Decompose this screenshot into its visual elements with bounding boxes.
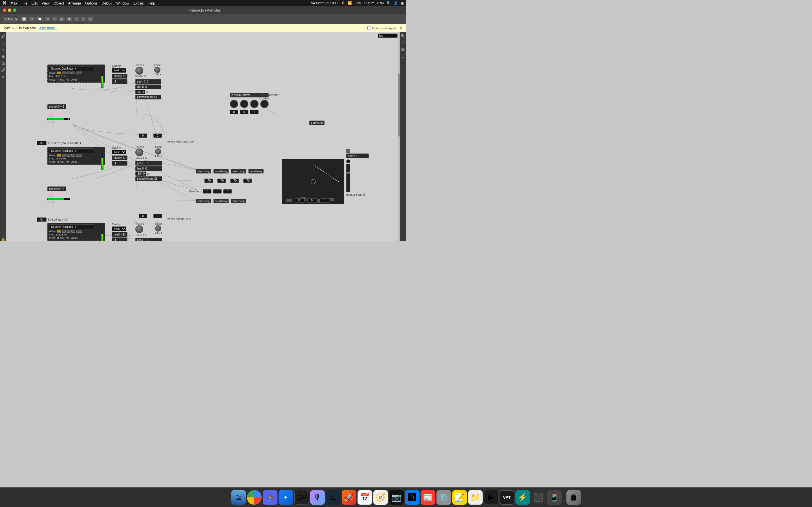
matrix-display[interactable] [282, 159, 344, 204]
osc1-gain-bar[interactable] [47, 118, 70, 120]
sidebar-search[interactable]: 🔍 [400, 33, 405, 38]
osc2-pitchcent-box[interactable]: pitchshiftcent $1 [135, 176, 162, 181]
left-icon-image[interactable]: 🖼 [1, 61, 5, 65]
osc1-pack-box[interactable]: pack 0. 0. [135, 79, 161, 84]
gain-val-3[interactable]: -70 [231, 179, 239, 183]
app-menu[interactable]: Max [10, 1, 17, 5]
learn-more-link[interactable]: Learn more... [38, 26, 57, 30]
toolbar-close[interactable]: ✕ [45, 17, 50, 21]
close-button[interactable] [3, 8, 6, 12]
osc1-glide-knob[interactable] [154, 67, 160, 73]
osc1-wave-sq2[interactable] [71, 71, 75, 74]
osc1-wave-tri[interactable] [62, 71, 66, 74]
metro-slider[interactable] [346, 164, 350, 192]
osc2-quality-btn[interactable]: quality $1 [112, 156, 128, 160]
osc1-pitchshift-box[interactable]: pitchshift~ 2 [47, 104, 66, 109]
osc2-glide-knob[interactable] [155, 149, 161, 155]
metro-out-2[interactable]: 0. [307, 198, 317, 203]
apple-menu[interactable]: ⌘ [2, 1, 6, 6]
osc2-gain-bar[interactable] [47, 198, 70, 200]
osc1-dropdown-icon[interactable]: ▼ [74, 67, 77, 70]
banner-close-button[interactable]: ✕ [399, 26, 403, 31]
osc3-wave-sine[interactable] [57, 230, 61, 233]
left-icon-star[interactable]: ★ [2, 75, 5, 79]
left-icon-lock[interactable]: 🔒 [1, 237, 5, 241]
left-icon-list[interactable]: ☰ [2, 55, 5, 59]
metro-toggle[interactable] [346, 159, 350, 163]
fps-display[interactable]: fps [378, 34, 398, 38]
left-icon-midi[interactable]: ♪ [2, 41, 4, 45]
osc3-glide-knob[interactable] [155, 225, 161, 231]
gain-zero-val-1[interactable]: 0 [203, 189, 211, 193]
sidebar-sliders[interactable]: ⊡ [400, 60, 405, 65]
osc3-transp-knob[interactable] [135, 225, 143, 233]
osc2-wave-tri[interactable] [62, 154, 66, 157]
gain-zero-val-3[interactable]: 0 [223, 189, 232, 193]
osc1-wave-saw[interactable] [76, 71, 82, 74]
toolbar-stop[interactable]: ⏹ [66, 17, 72, 21]
osc2-wave-sq2[interactable] [71, 154, 75, 157]
menu-debug[interactable]: Debug [101, 1, 112, 5]
send-bang-6[interactable]: send bang [213, 199, 229, 203]
send-bang-3[interactable]: send bang [231, 169, 246, 173]
zero-node-2[interactable]: 0 [153, 133, 162, 138]
zoom-select[interactable]: 100% 75% 150% [2, 16, 19, 22]
pot-val-2[interactable]: 0 [240, 110, 248, 114]
menu-object[interactable]: Object [54, 1, 64, 5]
gain-val-2[interactable]: -70 [217, 179, 226, 183]
osc1-quality-btn[interactable]: quality $1 [112, 74, 128, 78]
metro-out-3[interactable]: 0. [320, 198, 330, 203]
osc3-freq-number[interactable]: 0. [37, 217, 47, 222]
osc2-wave-sine[interactable] [57, 154, 61, 157]
toolbar-play[interactable]: ▶ [59, 17, 64, 21]
osc3-pack-box[interactable]: pack 0. 0. [135, 238, 162, 241]
menu-help[interactable]: Help [148, 1, 155, 5]
pot-val-3[interactable]: 0 [250, 110, 259, 114]
menu-arrange[interactable]: Arrange [68, 1, 81, 5]
pot-circle-2[interactable] [240, 100, 248, 108]
zero-node-4[interactable]: 0 [153, 214, 162, 218]
osc3-t-box[interactable]: t l [112, 237, 128, 241]
metro-out-1[interactable]: 0. [295, 198, 305, 203]
osc1-wave-sine[interactable] [57, 71, 61, 74]
gain-zero-val-2[interactable]: 0 [213, 189, 221, 193]
osc1-pitchcent-box[interactable]: pitchshiftcent $1 [135, 95, 161, 100]
canvas-area[interactable]: 🔊 ♪ ℹ ☰ 🖼 🔗 ★ 🔒 0. 261.6 hz (C4 or Middl… [0, 32, 406, 241]
left-icon-audio[interactable]: 🔊 [1, 34, 5, 38]
osc2-transp-knob[interactable] [135, 149, 143, 156]
toolbar-add[interactable]: + [81, 17, 86, 21]
menu-file[interactable]: File [21, 1, 28, 5]
menu-edit[interactable]: Edit [31, 1, 38, 5]
grid-icon[interactable]: ▦ [401, 1, 404, 5]
osc3-quality-btn[interactable]: quality $1 [112, 232, 128, 237]
osc2-num-box[interactable]: -104.0 [135, 172, 146, 176]
osc1-wave-sq1[interactable] [66, 71, 70, 74]
zero-node-1[interactable]: 0 [139, 133, 147, 138]
toolbar-comment[interactable]: 💬 [36, 17, 43, 21]
user-icon[interactable]: 👤 [394, 1, 398, 5]
osc2-t-box[interactable]: t l [112, 161, 128, 166]
osc3-wave-tri[interactable] [62, 230, 66, 233]
zero-node-3[interactable]: 0 [139, 214, 147, 218]
toolbar-help[interactable]: ? [74, 17, 79, 21]
toolbar-arrow[interactable]: ➤ [87, 17, 93, 21]
menu-window[interactable]: Window [116, 1, 130, 5]
pot-circle-1[interactable] [230, 100, 238, 108]
osc3-dropdown-icon[interactable]: ▼ [74, 226, 77, 228]
gain-val-1[interactable]: -70 [204, 179, 213, 183]
left-icon-info[interactable]: ℹ [3, 48, 4, 52]
left-icon-link[interactable]: 🔗 [1, 68, 5, 72]
osc2-wave-saw[interactable] [76, 154, 82, 157]
send-bang-2[interactable]: send bang [213, 169, 229, 173]
dont-show-checkbox[interactable] [367, 26, 371, 30]
osc2-wave-sq1[interactable] [66, 154, 70, 157]
toolbar-grid[interactable]: ⊞ [29, 17, 35, 21]
osc2-dropdown-icon[interactable]: ▼ [74, 150, 77, 152]
send-bang-5[interactable]: send bang [196, 199, 211, 203]
osc3-wave-sq1[interactable] [66, 230, 70, 233]
osc2-quality-select[interactable]: basic high [112, 150, 126, 154]
toolbar-lock[interactable]: ⬜ [20, 17, 28, 21]
sidebar-grid[interactable]: ▦ [400, 47, 405, 52]
osc2-line-box[interactable]: line 0. 0. [135, 166, 162, 171]
osc1-t-box[interactable]: t l [112, 79, 128, 84]
